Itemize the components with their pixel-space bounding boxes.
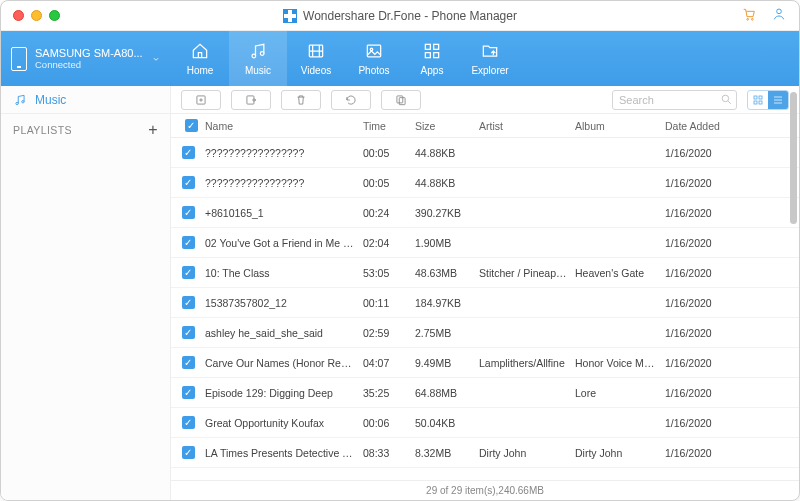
table-row[interactable]: 02 You've Got a Friend in Me (From...02:… bbox=[171, 228, 799, 258]
col-header-size[interactable]: Size bbox=[415, 120, 479, 132]
vertical-scrollbar[interactable] bbox=[790, 92, 797, 224]
cell-name: 02 You've Got a Friend in Me (From... bbox=[203, 237, 363, 249]
cell-time: 04:07 bbox=[363, 357, 415, 369]
dedup-button[interactable] bbox=[381, 90, 421, 110]
cell-date: 1/16/2020 bbox=[665, 207, 745, 219]
table-row[interactable]: +8610165_100:24390.27KB1/16/2020 bbox=[171, 198, 799, 228]
list-view-button[interactable] bbox=[768, 91, 788, 109]
nav-explorer[interactable]: Explorer bbox=[461, 31, 519, 86]
cell-time: 00:06 bbox=[363, 417, 415, 429]
row-checkbox[interactable] bbox=[179, 326, 203, 339]
status-bar: 29 of 29 item(s),240.66MB bbox=[171, 480, 799, 500]
svg-rect-17 bbox=[399, 97, 405, 104]
row-checkbox[interactable] bbox=[179, 356, 203, 369]
cell-size: 2.75MB bbox=[415, 327, 479, 339]
grid-view-button[interactable] bbox=[748, 91, 768, 109]
table-row[interactable]: ashley he_said_she_said02:592.75MB1/16/2… bbox=[171, 318, 799, 348]
cell-name: +8610165_1 bbox=[203, 207, 363, 219]
svg-rect-8 bbox=[425, 44, 430, 49]
cell-name: 10: The Class bbox=[203, 267, 363, 279]
add-playlist-button[interactable]: + bbox=[148, 122, 158, 138]
svg-point-4 bbox=[260, 52, 264, 56]
minimize-window-button[interactable] bbox=[31, 10, 42, 21]
table-row[interactable]: 10: The Class53:0548.63MBStitcher / Pine… bbox=[171, 258, 799, 288]
cell-date: 1/16/2020 bbox=[665, 387, 745, 399]
window-title: Wondershare Dr.Fone - Phone Manager bbox=[1, 9, 799, 23]
sidebar-section-label: PLAYLISTS bbox=[13, 124, 72, 136]
col-header-name[interactable]: Name bbox=[203, 120, 363, 132]
select-all-checkbox[interactable] bbox=[179, 119, 203, 132]
row-checkbox[interactable] bbox=[179, 146, 203, 159]
close-window-button[interactable] bbox=[13, 10, 24, 21]
cell-date: 1/16/2020 bbox=[665, 417, 745, 429]
cell-album: Dirty John bbox=[575, 447, 665, 459]
svg-point-18 bbox=[722, 95, 729, 102]
window-title-text: Wondershare Dr.Fone - Phone Manager bbox=[303, 9, 517, 23]
col-header-artist[interactable]: Artist bbox=[479, 120, 575, 132]
cell-name: LA Times Presents Detective Trapp... bbox=[203, 447, 363, 459]
nav-music[interactable]: Music bbox=[229, 31, 287, 86]
nav-label: Apps bbox=[421, 65, 444, 76]
cell-name: Episode 129: Digging Deep bbox=[203, 387, 363, 399]
cell-size: 9.49MB bbox=[415, 357, 479, 369]
row-checkbox[interactable] bbox=[179, 386, 203, 399]
table-row[interactable]: Carve Our Names (Honor Remixed)04:079.49… bbox=[171, 348, 799, 378]
row-checkbox[interactable] bbox=[179, 266, 203, 279]
phone-icon bbox=[11, 47, 27, 71]
svg-rect-20 bbox=[759, 96, 762, 99]
nav-photos[interactable]: Photos bbox=[345, 31, 403, 86]
cell-size: 50.04KB bbox=[415, 417, 479, 429]
maximize-window-button[interactable] bbox=[49, 10, 60, 21]
svg-rect-9 bbox=[434, 44, 439, 49]
cell-size: 1.90MB bbox=[415, 237, 479, 249]
col-header-time[interactable]: Time bbox=[363, 120, 415, 132]
titlebar: Wondershare Dr.Fone - Phone Manager bbox=[1, 1, 799, 31]
export-button[interactable] bbox=[231, 90, 271, 110]
delete-button[interactable] bbox=[281, 90, 321, 110]
cell-time: 00:05 bbox=[363, 177, 415, 189]
table-row[interactable]: 15387357802_1200:11184.97KB1/16/2020 bbox=[171, 288, 799, 318]
nav-videos[interactable]: Videos bbox=[287, 31, 345, 86]
table-row[interactable]: Great Opportunity Koufax00:0650.04KB1/16… bbox=[171, 408, 799, 438]
music-icon bbox=[248, 41, 268, 61]
cell-time: 00:11 bbox=[363, 297, 415, 309]
search-icon bbox=[720, 93, 733, 106]
cell-time: 02:59 bbox=[363, 327, 415, 339]
svg-rect-6 bbox=[367, 45, 380, 57]
toolbar bbox=[171, 86, 799, 114]
col-header-album[interactable]: Album bbox=[575, 120, 665, 132]
refresh-button[interactable] bbox=[331, 90, 371, 110]
svg-rect-10 bbox=[425, 53, 430, 58]
nav-label: Explorer bbox=[471, 65, 508, 76]
nav-label: Photos bbox=[358, 65, 389, 76]
row-checkbox[interactable] bbox=[179, 446, 203, 459]
table-row[interactable]: ?????????????????00:0544.88KB1/16/2020 bbox=[171, 168, 799, 198]
cart-icon[interactable] bbox=[741, 6, 757, 26]
row-checkbox[interactable] bbox=[179, 176, 203, 189]
cell-time: 53:05 bbox=[363, 267, 415, 279]
device-selector[interactable]: SAMSUNG SM-A80... Connected bbox=[1, 47, 171, 71]
nav-label: Music bbox=[245, 65, 271, 76]
table-row[interactable]: ?????????????????00:0544.88KB1/16/2020 bbox=[171, 138, 799, 168]
account-icon[interactable] bbox=[771, 6, 787, 26]
cell-artist: Dirty John bbox=[479, 447, 575, 459]
col-header-date[interactable]: Date Added bbox=[665, 120, 745, 132]
device-name: SAMSUNG SM-A80... bbox=[35, 47, 143, 59]
add-button[interactable] bbox=[181, 90, 221, 110]
main-navbar: SAMSUNG SM-A80... Connected HomeMusicVid… bbox=[1, 31, 799, 86]
row-checkbox[interactable] bbox=[179, 206, 203, 219]
sidebar-header[interactable]: Music bbox=[1, 86, 170, 114]
row-checkbox[interactable] bbox=[179, 296, 203, 309]
nav-home[interactable]: Home bbox=[171, 31, 229, 86]
row-checkbox[interactable] bbox=[179, 416, 203, 429]
nav-apps[interactable]: Apps bbox=[403, 31, 461, 86]
status-text: 29 of 29 item(s),240.66MB bbox=[426, 485, 544, 496]
table-row[interactable]: LA Times Presents Detective Trapp...08:3… bbox=[171, 438, 799, 468]
cell-size: 390.27KB bbox=[415, 207, 479, 219]
cell-artist: Stitcher / Pineapple... bbox=[479, 267, 575, 279]
search-input[interactable] bbox=[612, 90, 737, 110]
svg-point-12 bbox=[16, 102, 18, 104]
table-row[interactable]: Episode 129: Digging Deep35:2564.88MBLor… bbox=[171, 378, 799, 408]
row-checkbox[interactable] bbox=[179, 236, 203, 249]
svg-rect-16 bbox=[397, 95, 403, 102]
